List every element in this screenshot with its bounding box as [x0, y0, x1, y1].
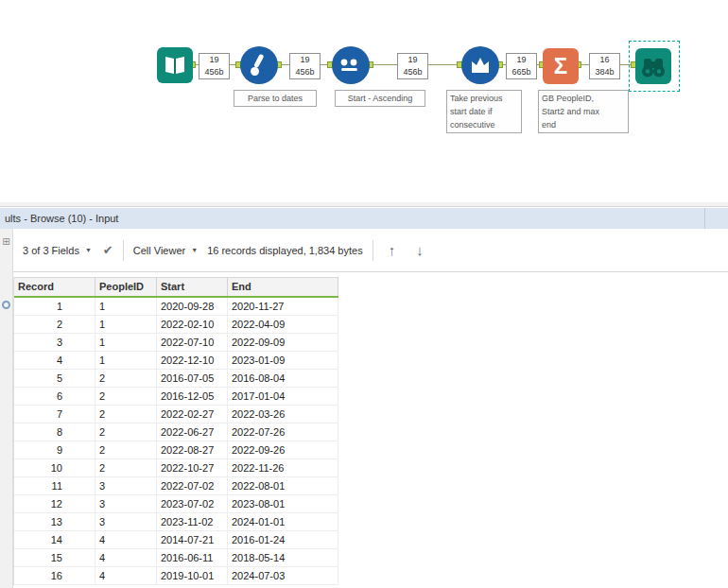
table-cell[interactable]: 1 — [14, 298, 95, 315]
table-cell[interactable]: 2 — [95, 388, 157, 405]
table-cell[interactable]: 14 — [14, 531, 95, 548]
table-row[interactable]: 622016-12-052017-01-04 — [14, 388, 338, 406]
table-cell[interactable]: 2022-04-09 — [228, 316, 338, 333]
table-cell[interactable]: 3 — [95, 513, 157, 530]
summarize-tool[interactable]: Σ — [543, 48, 579, 84]
tool-annotation[interactable]: Take previous start date if consecutive — [446, 90, 522, 133]
datetime-tool[interactable] — [240, 46, 278, 84]
table-cell[interactable]: 3 — [14, 334, 95, 351]
table-cell[interactable]: 2 — [95, 459, 157, 476]
up-arrow-icon[interactable]: ↑ — [383, 242, 402, 258]
table-row[interactable]: 922022-08-272022-09-26 — [14, 441, 338, 459]
sort-tool[interactable] — [332, 46, 370, 84]
table-row[interactable]: 1132022-07-022022-08-01 — [14, 477, 338, 495]
table-cell[interactable]: 2022-09-09 — [228, 334, 338, 351]
table-row[interactable]: 1022022-10-272022-11-26 — [14, 459, 338, 477]
table-cell[interactable]: 1 — [95, 334, 157, 351]
table-cell[interactable]: 2022-02-27 — [157, 406, 228, 423]
table-row[interactable]: 412022-12-102023-01-09 — [14, 352, 338, 370]
table-cell[interactable]: 2022-08-27 — [157, 441, 228, 458]
table-cell[interactable]: 2 — [95, 370, 157, 387]
table-cell[interactable]: 2014-07-21 — [157, 531, 228, 548]
table-cell[interactable]: 2024-01-01 — [228, 513, 338, 530]
table-cell[interactable]: 2022-06-27 — [157, 424, 228, 441]
table-cell[interactable]: 2022-07-26 — [228, 424, 338, 441]
table-cell[interactable]: 2022-11-26 — [228, 459, 338, 476]
table-cell[interactable]: 2022-07-10 — [157, 334, 228, 351]
table-cell[interactable]: 2022-07-02 — [157, 477, 228, 494]
check-icon[interactable]: ✔ — [103, 243, 113, 257]
table-cell[interactable]: 2016-07-05 — [157, 370, 228, 387]
table-row[interactable]: 1642019-10-012024-07-03 — [14, 567, 338, 585]
table-cell[interactable]: 2022-08-01 — [228, 477, 338, 494]
table-cell[interactable]: 2022-12-10 — [157, 352, 228, 369]
fields-dropdown[interactable]: 3 of 3 Fields ▼ — [23, 245, 92, 256]
table-cell[interactable]: 2019-10-01 — [157, 567, 228, 584]
tool-annotation[interactable]: Start - Ascending — [335, 90, 425, 107]
table-cell[interactable]: 2016-08-04 — [228, 370, 338, 387]
input-data-tool[interactable] — [157, 47, 193, 83]
table-cell[interactable]: 2020-11-27 — [228, 298, 338, 315]
table-cell[interactable]: 2023-01-09 — [228, 352, 338, 369]
table-cell[interactable]: 1 — [95, 316, 157, 333]
table-cell[interactable]: 16 — [14, 567, 95, 584]
column-header-record[interactable]: Record — [14, 278, 95, 296]
table-cell[interactable]: 5 — [14, 370, 95, 387]
table-cell[interactable]: 3 — [95, 495, 157, 512]
table-cell[interactable]: 11 — [14, 477, 95, 494]
table-cell[interactable]: 13 — [14, 513, 95, 530]
table-row[interactable]: 112020-09-282020-11-27 — [14, 298, 338, 316]
table-row[interactable]: 1442014-07-212016-01-24 — [14, 531, 338, 549]
table-cell[interactable]: 2022-09-26 — [228, 441, 338, 458]
table-cell[interactable]: 2016-01-24 — [228, 531, 338, 548]
browse-tool[interactable] — [635, 48, 671, 84]
table-cell[interactable]: 2022-10-27 — [157, 459, 228, 476]
table-cell[interactable]: 7 — [14, 406, 95, 423]
table-cell[interactable]: 2 — [95, 441, 157, 458]
table-cell[interactable]: 9 — [14, 441, 95, 458]
table-cell[interactable]: 2 — [95, 406, 157, 423]
panel-splitter[interactable] — [0, 202, 728, 207]
profile-view-icon[interactable] — [2, 301, 10, 309]
table-cell[interactable]: 2024-07-03 — [228, 567, 338, 584]
cell-viewer-dropdown[interactable]: Cell Viewer ▼ — [133, 245, 198, 256]
down-arrow-icon[interactable]: ↓ — [410, 242, 429, 258]
tool-annotation[interactable]: GB PeopleID, Start2 and max end — [538, 90, 629, 133]
table-cell[interactable]: 2 — [95, 424, 157, 441]
table-cell[interactable]: 2023-11-02 — [157, 513, 228, 530]
table-cell[interactable]: 2020-09-28 — [157, 298, 228, 315]
table-cell[interactable]: 15 — [14, 549, 95, 566]
column-header-start[interactable]: Start — [157, 278, 228, 296]
table-cell[interactable]: 4 — [95, 567, 157, 584]
table-row[interactable]: 722022-02-272022-03-26 — [14, 406, 338, 424]
table-cell[interactable]: 2017-01-04 — [228, 388, 338, 405]
multi-row-formula-tool[interactable] — [461, 46, 499, 84]
table-row[interactable]: 312022-07-102022-09-09 — [14, 334, 338, 352]
table-cell[interactable]: 2016-12-05 — [157, 388, 228, 405]
table-cell[interactable]: 1 — [95, 352, 157, 369]
table-cell[interactable]: 2018-05-14 — [228, 549, 338, 566]
table-cell[interactable]: 2022-03-26 — [228, 406, 338, 423]
table-cell[interactable]: 2023-07-02 — [157, 495, 228, 512]
column-header-peopleid[interactable]: PeopleID — [95, 278, 157, 296]
table-row[interactable]: 1332023-11-022024-01-01 — [14, 513, 338, 531]
table-cell[interactable]: 2 — [14, 316, 95, 333]
table-cell[interactable]: 10 — [14, 459, 95, 476]
table-cell[interactable]: 6 — [14, 388, 95, 405]
tool-annotation[interactable]: Parse to dates — [234, 90, 317, 107]
table-cell[interactable]: 1 — [95, 298, 157, 315]
table-cell[interactable]: 3 — [95, 477, 157, 494]
table-cell[interactable]: 2023-08-01 — [228, 495, 338, 512]
table-cell[interactable]: 4 — [95, 531, 157, 548]
table-row[interactable]: 522016-07-052016-08-04 — [14, 370, 338, 388]
table-cell[interactable]: 4 — [95, 549, 157, 566]
column-header-end[interactable]: End — [228, 278, 338, 296]
grid-view-icon[interactable]: ⊞ — [0, 236, 12, 248]
table-cell[interactable]: 4 — [14, 352, 95, 369]
table-cell[interactable]: 8 — [14, 424, 95, 441]
table-cell[interactable]: 12 — [14, 495, 95, 512]
table-row[interactable]: 1232023-07-022023-08-01 — [14, 495, 338, 513]
table-row[interactable]: 822022-06-272022-07-26 — [14, 424, 338, 441]
table-cell[interactable]: 2022-02-10 — [157, 316, 228, 333]
table-row[interactable]: 212022-02-102022-04-09 — [14, 316, 338, 334]
